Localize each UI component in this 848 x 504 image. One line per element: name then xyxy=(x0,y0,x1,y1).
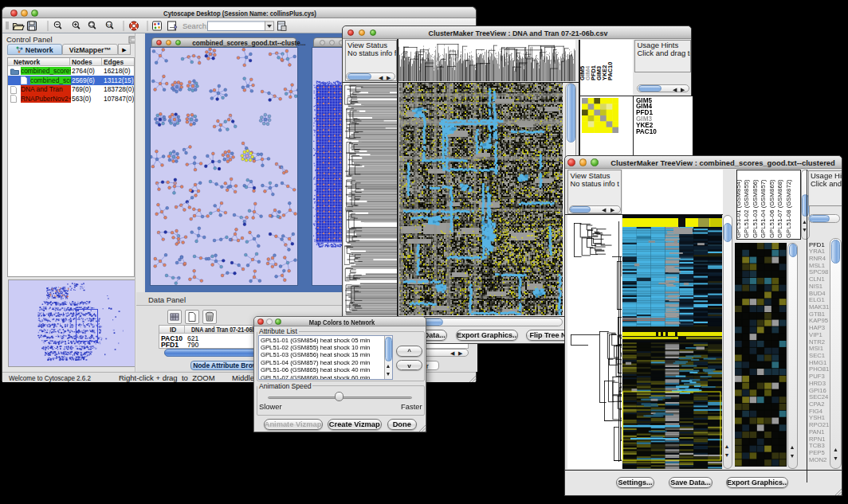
svg-text:Search:: Search: xyxy=(183,21,209,30)
svg-text:1:1: 1:1 xyxy=(107,23,112,27)
